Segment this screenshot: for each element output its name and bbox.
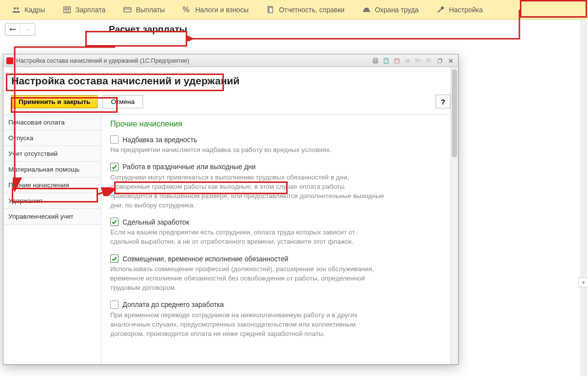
option-label: Доплата до среднего заработка <box>122 301 224 308</box>
nav-item-kadry[interactable]: Кадры <box>3 0 54 20</box>
nav-label: Отчетность, справки <box>279 6 344 14</box>
calc-icon[interactable] <box>382 56 391 65</box>
sidebar-item-vacation[interactable]: Отпуска <box>3 130 101 146</box>
m-icon[interactable]: M <box>403 56 412 65</box>
option-combine: Совмещение, временное исполнение обязанн… <box>110 254 449 293</box>
option-desc: Использовать совмещение профессий (должн… <box>110 265 385 293</box>
option-label: Работа в праздничные или выходные дни <box>122 163 256 171</box>
svg-rect-9 <box>269 7 273 13</box>
svg-rect-16 <box>394 58 399 63</box>
scrollbar-thumb[interactable] <box>452 69 457 157</box>
apply-close-button[interactable]: Применить и закрыть <box>11 95 98 108</box>
option-desc: При временном переводе сотрудников на ни… <box>110 311 385 339</box>
nav-arrows: 🠔 → <box>5 23 35 36</box>
option-piecework: Сдельный заработок Если на вашем предпри… <box>110 218 449 247</box>
sidebar-item-other[interactable]: Прочие начисления <box>3 177 101 193</box>
dialog-titlebar[interactable]: Настройка состава начислений и удержаний… <box>3 54 458 67</box>
nav-item-zarplata[interactable]: Зарплата <box>54 0 114 20</box>
page-subtitle: Расчет зарплаты <box>109 24 187 35</box>
m-minus-icon[interactable]: M- <box>425 56 434 65</box>
svg-rect-19 <box>438 59 441 63</box>
checkbox-harm[interactable] <box>110 135 119 144</box>
close-icon[interactable] <box>446 56 455 65</box>
nav-item-otchetnost[interactable]: Отчетность, справки <box>257 0 353 20</box>
option-avg-pay: Доплата до среднего заработка При времен… <box>110 301 449 339</box>
print-icon[interactable] <box>371 56 380 65</box>
svg-rect-10 <box>363 11 370 12</box>
percent-icon: % <box>182 5 191 14</box>
option-label: Сдельный заработок <box>122 218 189 226</box>
top-navigation: Кадры Зарплата Выплаты % Налоги и взносы… <box>0 0 588 20</box>
dialog-scrollbar[interactable] <box>450 67 458 364</box>
dialog-heading: Настройка состава начислений и удержаний <box>11 75 450 87</box>
nav-item-nalogi[interactable]: % Налоги и взносы <box>173 0 257 20</box>
settings-content: Прочие начисления Надбавка за вредность … <box>101 115 458 364</box>
option-holiday-work: Работа в праздничные или выходные дни Со… <box>110 163 449 210</box>
checkbox-holiday[interactable] <box>110 163 119 171</box>
settings-sidebar: Почасовая оплата Отпуска Учет отсутствий… <box>3 115 101 364</box>
svg-rect-2 <box>64 7 71 13</box>
cancel-button[interactable]: Отмена <box>102 95 143 108</box>
sub-bar: 🠔 → Расчет зарплаты <box>0 20 588 39</box>
nav-label: Настройка <box>449 6 483 14</box>
nav-forward-button[interactable]: → <box>20 24 35 35</box>
nav-label: Кадры <box>24 6 45 14</box>
nav-back-button[interactable]: 🠔 <box>5 24 20 35</box>
checkbox-piecework[interactable] <box>110 218 119 226</box>
sidebar-item-absence[interactable]: Учет отсутствий <box>3 146 101 162</box>
nav-item-nastroyka[interactable]: Настройка <box>427 0 491 20</box>
nav-label: Налоги и взносы <box>195 6 248 14</box>
people-icon <box>12 5 21 14</box>
help-button[interactable]: ? <box>436 95 450 108</box>
sidebar-item-hourly[interactable]: Почасовая оплата <box>3 115 101 130</box>
card-icon <box>123 5 132 14</box>
nav-label: Выплаты <box>136 6 165 14</box>
dialog-title-text: Настройка состава начислений и удержаний… <box>16 57 189 64</box>
settings-dialog: Настройка состава начислений и удержаний… <box>3 54 459 365</box>
dialog-toolbar: Применить и закрыть Отмена ? <box>3 91 458 114</box>
restore-icon[interactable] <box>436 56 444 65</box>
helmet-icon <box>362 5 371 14</box>
nav-item-ohrana[interactable]: Охрана труда <box>353 0 427 20</box>
option-desc: Сотрудники могут привлекаться к выполнен… <box>110 173 385 210</box>
pane-expand-button[interactable]: ▾ <box>578 278 588 287</box>
svg-rect-14 <box>384 58 388 63</box>
sidebar-item-aid[interactable]: Материальная помощь <box>3 162 101 177</box>
nav-label: Зарплата <box>75 6 105 14</box>
calendar-icon[interactable] <box>392 56 401 65</box>
svg-point-0 <box>14 7 16 9</box>
doc-icon <box>266 5 275 14</box>
option-harm-bonus: Надбавка за вредность На предприятии нач… <box>110 135 449 155</box>
option-label: Совмещение, временное исполнение обязанн… <box>122 255 288 263</box>
app-logo-icon <box>6 57 13 64</box>
svg-point-1 <box>17 7 19 9</box>
nav-label: Охрана труда <box>375 6 418 14</box>
checkbox-combine[interactable] <box>110 254 119 263</box>
option-desc: На предприятии начисляется надбавка за р… <box>110 146 385 155</box>
svg-rect-6 <box>124 7 131 12</box>
wrench-icon <box>436 5 445 14</box>
dialog-body: Почасовая оплата Отпуска Учет отсутствий… <box>3 114 458 364</box>
checkbox-avg[interactable] <box>110 301 119 309</box>
section-title: Прочие начисления <box>110 120 449 128</box>
dialog-header: Настройка состава начислений и удержаний <box>3 67 458 91</box>
right-pane-scrollbar[interactable]: ▾ <box>581 21 587 376</box>
m-plus-icon[interactable]: M+ <box>414 56 423 65</box>
option-label: Надбавка за вредность <box>122 136 197 144</box>
option-desc: Если на вашем предприятии есть сотрудник… <box>110 228 385 247</box>
sidebar-item-deductions[interactable]: Удержания <box>3 193 101 209</box>
nav-item-vyplaty[interactable]: Выплаты <box>114 0 173 20</box>
table-icon <box>63 5 72 14</box>
sidebar-item-mgmt[interactable]: Управленческий учет <box>3 209 101 225</box>
